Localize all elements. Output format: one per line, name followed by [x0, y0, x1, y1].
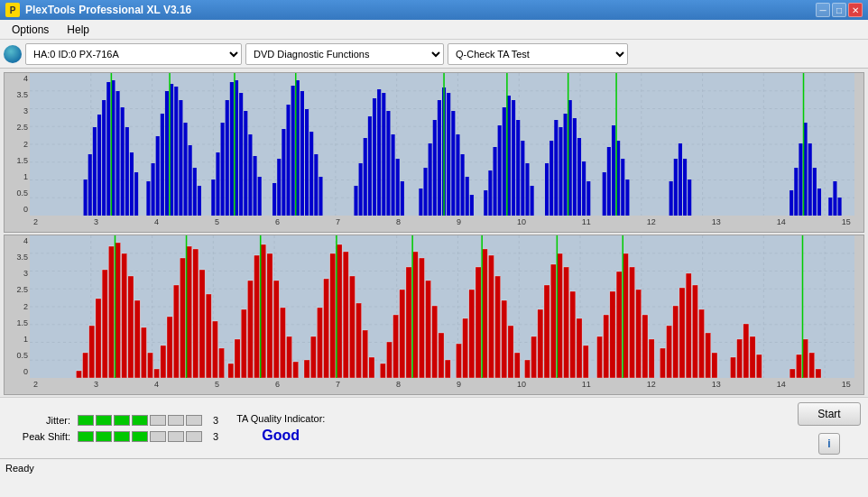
svg-rect-213	[419, 258, 424, 378]
start-button[interactable]: Start	[798, 402, 861, 426]
svg-rect-194	[286, 336, 291, 378]
svg-rect-225	[502, 300, 507, 378]
info-button[interactable]: i	[818, 433, 840, 455]
svg-rect-261	[790, 369, 795, 378]
test-dropdown[interactable]: Q-Check TA Test	[448, 43, 628, 65]
svg-rect-162	[76, 371, 81, 378]
svg-rect-98	[521, 141, 524, 216]
svg-rect-87	[461, 154, 465, 216]
svg-rect-94	[503, 107, 506, 216]
svg-rect-260	[756, 354, 762, 378]
svg-rect-48	[226, 100, 229, 216]
jitter-seg-3	[114, 415, 130, 426]
svg-rect-201	[337, 244, 342, 378]
svg-rect-219	[463, 318, 468, 378]
svg-rect-47	[221, 123, 225, 216]
close-button[interactable]: ✕	[848, 3, 863, 17]
bottom-chart-x-axis: 2 3 4 5 6 7 8 9 10 11 12 13 14 15	[30, 378, 854, 394]
svg-rect-113	[612, 125, 615, 216]
jitter-seg-2	[96, 415, 112, 426]
svg-rect-55	[258, 177, 262, 216]
svg-rect-190	[261, 244, 266, 378]
svg-rect-62	[300, 91, 304, 216]
svg-rect-205	[363, 330, 368, 378]
svg-rect-174	[154, 369, 160, 378]
svg-rect-176	[167, 317, 172, 378]
svg-rect-197	[310, 336, 316, 378]
svg-rect-91	[488, 170, 492, 216]
menu-bar: Options Help	[0, 20, 868, 40]
svg-rect-221	[476, 267, 481, 378]
svg-rect-182	[206, 294, 211, 378]
svg-rect-228	[524, 360, 530, 378]
svg-rect-167	[108, 246, 114, 378]
maximize-button[interactable]: □	[832, 3, 846, 17]
svg-rect-23	[93, 127, 97, 216]
svg-rect-21	[84, 179, 88, 216]
svg-rect-76	[396, 159, 400, 216]
svg-rect-184	[219, 348, 225, 378]
title-bar-left: P PlexTools Professional XL V3.16	[5, 3, 191, 17]
svg-rect-35	[156, 136, 160, 216]
svg-rect-164	[89, 326, 95, 378]
svg-rect-127	[813, 168, 817, 216]
svg-rect-163	[83, 353, 88, 378]
svg-rect-112	[607, 147, 611, 216]
svg-rect-203	[349, 276, 355, 378]
svg-rect-75	[392, 134, 395, 216]
svg-rect-229	[531, 336, 537, 378]
drive-dropdown[interactable]: HA:0 ID:0 PX-716A	[25, 43, 242, 65]
svg-rect-234	[564, 267, 569, 378]
svg-rect-36	[161, 114, 164, 216]
svg-rect-85	[451, 111, 455, 216]
svg-rect-252	[692, 285, 697, 378]
svg-rect-245	[642, 315, 648, 378]
menu-help[interactable]: Help	[59, 21, 97, 39]
svg-rect-37	[165, 91, 169, 216]
jitter-row: Jitter: 3	[7, 415, 218, 426]
peak-shift-label: Peak Shift:	[7, 431, 70, 442]
svg-rect-26	[106, 82, 110, 216]
svg-rect-253	[698, 309, 704, 378]
svg-rect-240	[610, 291, 615, 378]
svg-rect-73	[382, 93, 385, 216]
menu-options[interactable]: Options	[4, 21, 57, 39]
svg-rect-209	[393, 315, 399, 378]
svg-rect-77	[401, 181, 404, 216]
bottom-chart-y-axis: 4 3.5 3 2.5 2 1.5 1 0.5 0	[5, 235, 30, 378]
svg-rect-236	[577, 318, 582, 378]
svg-rect-199	[324, 279, 329, 378]
app-icon: P	[5, 3, 20, 17]
svg-rect-222	[482, 249, 487, 378]
function-dropdown[interactable]: DVD Diagnostic Functions	[245, 43, 444, 65]
svg-rect-239	[604, 315, 609, 378]
svg-rect-128	[817, 189, 821, 216]
svg-rect-121	[688, 179, 691, 216]
svg-rect-80	[429, 143, 432, 216]
svg-rect-52	[244, 111, 247, 216]
svg-rect-58	[282, 129, 285, 216]
svg-rect-63	[305, 109, 309, 216]
svg-rect-100	[531, 186, 534, 216]
svg-rect-238	[597, 336, 603, 378]
minimize-button[interactable]: ─	[816, 3, 830, 17]
svg-rect-204	[356, 303, 361, 378]
svg-rect-130	[833, 181, 836, 216]
svg-rect-202	[343, 252, 348, 378]
svg-rect-172	[141, 327, 146, 378]
peak-shift-indicator	[78, 431, 202, 442]
svg-rect-192	[273, 281, 279, 378]
bottom-chart-svg	[30, 235, 854, 378]
svg-rect-265	[816, 369, 821, 378]
status-text: Ready	[5, 463, 34, 474]
peak-seg-5	[150, 431, 166, 442]
svg-rect-65	[314, 154, 318, 216]
peak-seg-2	[96, 431, 112, 442]
svg-rect-110	[586, 181, 590, 216]
svg-rect-218	[456, 344, 461, 378]
svg-rect-122	[790, 190, 793, 216]
svg-rect-82	[438, 100, 441, 216]
bottom-chart: 4 3.5 3 2.5 2 1.5 1 0.5 0	[4, 235, 864, 395]
svg-rect-196	[304, 360, 309, 378]
svg-rect-105	[564, 114, 568, 216]
